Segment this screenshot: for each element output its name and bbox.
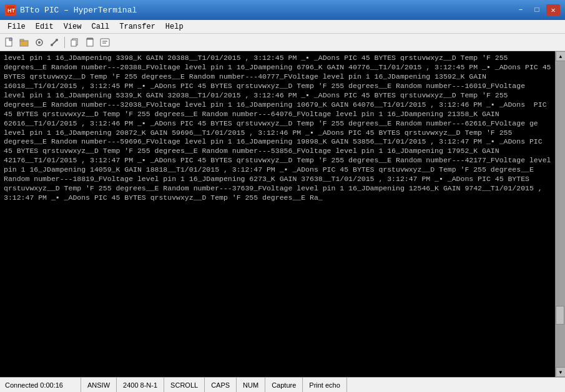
toolbar-paste[interactable] xyxy=(83,36,97,49)
window-controls: – □ ✕ xyxy=(514,4,560,16)
main-area: level pin 1 16_JDampening 3398_K GAIN 20… xyxy=(0,51,565,377)
status-capture[interactable]: Capture xyxy=(265,378,303,392)
svg-rect-11 xyxy=(71,40,76,46)
svg-rect-14 xyxy=(101,39,109,46)
menu-help[interactable]: Help xyxy=(160,20,189,33)
status-encoding: ANSIW xyxy=(81,378,117,392)
scrollbar-up[interactable]: ▲ xyxy=(556,51,565,61)
title-bar: HT BTto PIC – HyperTerminal – □ ✕ xyxy=(0,0,565,20)
svg-point-8 xyxy=(51,44,53,46)
toolbar xyxy=(0,34,565,51)
status-num[interactable]: NUM xyxy=(237,378,265,392)
svg-point-6 xyxy=(38,41,41,44)
toolbar-connect[interactable] xyxy=(47,36,61,49)
toolbar-copy[interactable] xyxy=(68,36,82,49)
menu-bar: File Edit View Call Transfer Help xyxy=(0,20,565,34)
status-baud: 2400 8-N-1 xyxy=(117,378,164,392)
maximize-button[interactable]: □ xyxy=(530,4,544,16)
scrollbar[interactable]: ▲ ▼ xyxy=(555,51,565,377)
svg-rect-4 xyxy=(20,39,24,41)
window-wrapper: HT BTto PIC – HyperTerminal – □ ✕ File E… xyxy=(0,0,565,392)
status-caps[interactable]: CAPS xyxy=(205,378,237,392)
toolbar-properties[interactable] xyxy=(32,36,46,49)
menu-view[interactable]: View xyxy=(59,20,87,33)
toolbar-new[interactable] xyxy=(2,36,16,49)
toolbar-sep1 xyxy=(64,37,65,48)
window-title: BTto PIC – HyperTerminal xyxy=(20,6,137,15)
toolbar-open[interactable] xyxy=(17,36,31,49)
toolbar-settings[interactable] xyxy=(98,36,112,49)
menu-edit[interactable]: Edit xyxy=(31,20,59,33)
minimize-button[interactable]: – xyxy=(514,4,528,16)
scrollbar-track[interactable] xyxy=(556,61,565,367)
menu-transfer[interactable]: Transfer xyxy=(114,20,160,33)
svg-text:HT: HT xyxy=(7,7,15,14)
status-print-echo[interactable]: Print echo xyxy=(303,378,347,392)
terminal-output: level pin 1 16_JDampening 3398_K GAIN 20… xyxy=(0,51,555,377)
menu-file[interactable]: File xyxy=(2,20,31,33)
title-bar-left: HT BTto PIC – HyperTerminal xyxy=(5,4,137,16)
scrollbar-thumb[interactable] xyxy=(556,306,564,325)
svg-rect-13 xyxy=(87,39,93,46)
svg-point-9 xyxy=(56,39,58,41)
status-bar: Connected 0:00:16 ANSIW 2400 8-N-1 SCROL… xyxy=(0,377,565,392)
app-icon: HT xyxy=(5,4,16,16)
status-scroll[interactable]: SCROLL xyxy=(164,378,205,392)
scrollbar-down[interactable]: ▼ xyxy=(556,367,565,377)
menu-call[interactable]: Call xyxy=(86,20,114,33)
close-button[interactable]: ✕ xyxy=(546,4,560,16)
status-connection: Connected 0:00:16 xyxy=(0,378,81,392)
